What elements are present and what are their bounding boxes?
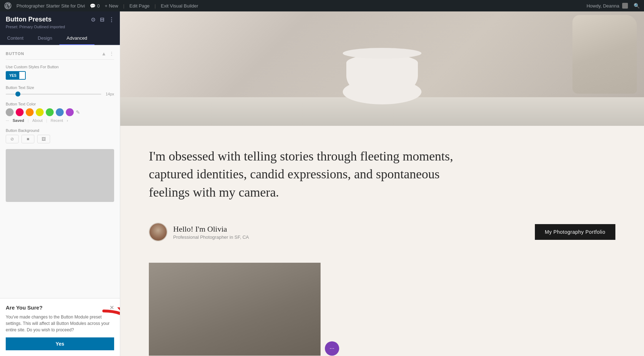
tab-design[interactable]: Design: [31, 32, 59, 45]
bg-gradient[interactable]: ⊘: [6, 135, 19, 143]
admin-bar-right: Howdy, Deanna 🔍: [586, 3, 640, 9]
confirm-title: Are You Sure?: [6, 305, 43, 311]
confirm-body: You've made changes to the Button Module…: [6, 314, 114, 333]
author-avatar: [149, 223, 167, 241]
fab-button[interactable]: ···: [325, 341, 339, 356]
panel-tabs: Content Design Advanced: [0, 32, 120, 45]
mini-tab-saved[interactable]: Saved: [13, 118, 24, 123]
swatch-orange[interactable]: [26, 108, 34, 116]
text-size-track[interactable]: [6, 94, 101, 95]
preview-box: [6, 149, 114, 202]
layout-icon[interactable]: ⊟: [100, 16, 104, 23]
bowl-rim: [343, 48, 421, 59]
panel-header: Button Presets ⊙ ⊟ ⋮ Preset: Primary Out…: [0, 11, 120, 32]
new-button[interactable]: + New: [105, 3, 118, 9]
mini-tab-dots: ···: [6, 118, 9, 123]
right-panel: I'm obsessed with telling stories throug…: [120, 11, 644, 356]
custom-styles-label: Use Custom Styles For Button: [6, 65, 114, 69]
quote-section: I'm obsessed with telling stories throug…: [120, 126, 644, 216]
tab-content[interactable]: Content: [0, 32, 31, 45]
user-avatar[interactable]: [622, 3, 628, 9]
lower-section: ···: [120, 263, 644, 356]
text-size-thumb[interactable]: [15, 92, 20, 97]
admin-bar-left: Photographer Starter Site for Divi 💬 0 +…: [4, 2, 586, 9]
portfolio-button[interactable]: My Photography Portfolio: [535, 224, 615, 240]
color-picker-icon[interactable]: ✎: [76, 109, 80, 115]
swatch-red[interactable]: [16, 108, 24, 116]
mini-tab-nav[interactable]: ›: [67, 118, 68, 123]
edit-page-button[interactable]: Edit Page: [130, 3, 150, 9]
tab-advanced[interactable]: Advanced: [59, 32, 94, 45]
author-info: Hello! I'm Olivia Professional Photograp…: [173, 224, 249, 240]
fabric-pile: [572, 15, 637, 94]
bg-color[interactable]: ■: [21, 135, 34, 143]
author-section: Hello! I'm Olivia Professional Photograp…: [120, 216, 644, 263]
mini-tab-about[interactable]: About: [32, 118, 43, 123]
confirm-dialog: Are You Sure? ✕ You've made changes to t…: [0, 298, 120, 356]
panel-title-text: Button Presets: [6, 16, 52, 23]
section-actions: ▲ ⋮: [101, 51, 114, 56]
color-mini-tabs: ··· Saved | About | Recent ›: [6, 118, 114, 123]
confirm-close-button[interactable]: ✕: [109, 304, 114, 311]
quote-text: I'm obsessed with telling stories throug…: [149, 147, 464, 201]
swatch-blue[interactable]: [56, 108, 64, 116]
text-color-label: Button Text Color: [6, 102, 114, 106]
search-icon[interactable]: 🔍: [634, 3, 640, 9]
wp-admin-bar: Photographer Starter Site for Divi 💬 0 +…: [0, 0, 644, 11]
howdy-label: Howdy, Deanna: [586, 3, 628, 9]
text-color-row: Button Text Color ✎ ··· Saved | About: [6, 102, 114, 123]
exit-builder-button[interactable]: Exit Visual Builder: [161, 3, 198, 9]
text-size-value: 14px: [104, 92, 114, 96]
panel-subtitle: Preset: Primary Outlined imported: [6, 25, 114, 29]
panel-title-row: Button Presets ⊙ ⊟ ⋮: [6, 16, 114, 23]
color-swatches: ✎: [6, 108, 114, 116]
section-title: Button: [6, 51, 24, 56]
hero-image-placeholder: [120, 11, 644, 126]
button-bg-row: Button Background ⊘ ■ 🖼: [6, 128, 114, 143]
custom-styles-row: Use Custom Styles For Button YES: [6, 65, 114, 80]
text-size-label: Button Text Size: [6, 85, 114, 90]
swatch-purple[interactable]: [66, 108, 74, 116]
button-bg-label: Button Background: [6, 128, 114, 133]
main-layout: Button Presets ⊙ ⊟ ⋮ Preset: Primary Out…: [0, 11, 644, 356]
hero-image: [120, 11, 644, 126]
toggle-no: [19, 72, 25, 79]
lower-image: [149, 263, 321, 356]
wordpress-icon[interactable]: [4, 2, 11, 9]
swatch-yellow[interactable]: [36, 108, 44, 116]
text-size-slider-row: 14px: [6, 92, 114, 96]
settings-icon[interactable]: ⊙: [91, 16, 96, 23]
mini-tab-recent[interactable]: Recent: [51, 118, 63, 123]
site-link[interactable]: Photographer Starter Site for Divi: [16, 3, 85, 9]
text-size-row: Button Text Size 14px: [6, 85, 114, 96]
left-panel: Button Presets ⊙ ⊟ ⋮ Preset: Primary Out…: [0, 11, 120, 356]
section-more-icon[interactable]: ⋮: [109, 51, 114, 56]
author-name: Hello! I'm Olivia: [173, 224, 249, 234]
custom-styles-toggle[interactable]: YES: [6, 71, 26, 80]
toggle-yes: YES: [6, 72, 19, 79]
bg-image[interactable]: 🖼: [37, 135, 50, 143]
section-header: Button ▲ ⋮: [6, 51, 114, 60]
collapse-icon[interactable]: ▲: [101, 51, 106, 56]
comments-link[interactable]: 💬 0: [90, 3, 99, 9]
author-left: Hello! I'm Olivia Professional Photograp…: [149, 223, 249, 241]
confirm-header: Are You Sure? ✕: [6, 304, 114, 311]
author-title: Professional Photographer in SF, CA: [173, 234, 249, 240]
panel-title-icons: ⊙ ⊟ ⋮: [91, 16, 114, 23]
avatar-img: [150, 223, 167, 241]
bg-options: ⊘ ■ 🖼: [6, 135, 114, 143]
swatch-gray[interactable]: [6, 108, 14, 116]
more-icon[interactable]: ⋮: [109, 16, 114, 23]
bowl-body: [346, 54, 418, 97]
confirm-yes-button[interactable]: Yes: [6, 337, 114, 350]
swatch-green[interactable]: [46, 108, 54, 116]
